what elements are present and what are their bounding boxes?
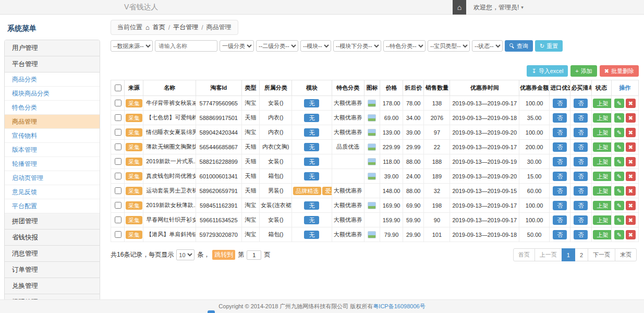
delete-button[interactable]: ✖ [626,99,636,108]
data-source-select[interactable]: --数据来源-- [111,40,153,52]
page-button-2[interactable]: 1 [562,248,575,261]
must-buy-toggle-button[interactable]: 否 [574,172,588,181]
icp-link[interactable]: 粤ICP备16098006号 [373,303,425,310]
status-button[interactable]: 上架 [593,186,612,196]
edit-button[interactable]: ✎ [614,99,624,108]
add-button[interactable]: + 添加 [570,65,597,77]
must-buy-toggle-button[interactable]: 否 [574,215,588,225]
import-optional-toggle-button[interactable]: 否 [553,215,567,225]
row-checkbox[interactable] [115,187,121,194]
sidebar-item-1[interactable]: 平台管理 [5,56,100,73]
sidebar-item-16[interactable]: 兑换管理 [5,278,100,294]
jump-page-input[interactable] [247,250,261,260]
sidebar-item-sub-9[interactable]: 启动页管理 [5,171,100,185]
delete-button[interactable]: ✖ [626,113,636,123]
import-excel-button[interactable]: ↧ 导入excel [527,65,568,77]
edit-button[interactable]: ✎ [614,157,624,166]
status-button[interactable]: 上架 [593,215,612,225]
must-buy-toggle-button[interactable]: 否 [574,230,588,239]
delete-button[interactable]: ✖ [626,128,636,137]
sidebar-item-15[interactable]: 订单管理 [5,262,100,278]
row-checkbox[interactable] [115,100,121,106]
delete-button[interactable]: ✖ [626,201,636,210]
sidebar-item-sub-10[interactable]: 意见反馈 [5,185,100,199]
import-optional-toggle-button[interactable]: 否 [553,142,567,152]
sidebar-item-sub-3[interactable]: 模块商品分类 [5,87,100,101]
filter-select-5[interactable]: --宝贝类型-- [428,40,470,52]
filter-select-4[interactable]: --特色分类-- [383,40,426,52]
status-button[interactable]: 上架 [593,113,612,123]
sidebar-item-14[interactable]: 消息管理 [5,246,100,262]
import-optional-toggle-button[interactable]: 否 [553,230,567,239]
home-button[interactable]: ⌂ [453,0,466,15]
edit-button[interactable]: ✎ [614,215,624,225]
sidebar-item-0[interactable]: 用户管理 [5,40,100,56]
delete-button[interactable]: ✖ [626,142,636,152]
sidebar-item-sub-11[interactable]: 平台配置 [5,199,100,213]
name-search-input[interactable] [155,40,217,52]
sidebar-item-12[interactable]: 拼团管理 [5,213,100,230]
search-button[interactable]: 查询 [505,40,533,52]
user-menu[interactable]: 欢迎您，管理员! ▾ [473,3,524,12]
status-button[interactable]: 上架 [593,142,612,152]
edit-button[interactable]: ✎ [614,230,624,239]
delete-button[interactable]: ✖ [626,186,636,196]
row-checkbox[interactable] [115,173,121,179]
delete-button[interactable]: ✖ [626,172,636,181]
status-button[interactable]: 上架 [593,128,612,137]
row-checkbox[interactable] [115,216,121,223]
sidebar-item-sub-2[interactable]: 商品分类 [5,73,100,87]
breadcrumb-platform-link[interactable]: 平台管理 [173,23,198,32]
edit-button[interactable]: ✎ [614,128,624,137]
page-button-5[interactable]: 末页 [615,248,637,261]
delete-button[interactable]: ✖ [626,157,636,166]
edit-button[interactable]: ✎ [614,201,624,210]
row-checkbox[interactable] [115,202,121,209]
import-optional-toggle-button[interactable]: 否 [553,172,567,181]
page-button-1[interactable]: 上一页 [534,248,562,261]
import-optional-toggle-button[interactable]: 否 [553,128,567,137]
status-button[interactable]: 上架 [593,172,612,181]
must-buy-toggle-button[interactable]: 否 [574,157,588,166]
import-optional-toggle-button[interactable]: 否 [553,113,567,123]
status-button[interactable]: 上架 [593,201,612,210]
import-optional-toggle-button[interactable]: 否 [553,201,567,210]
status-button[interactable]: 上架 [593,99,612,108]
filter-select-3[interactable]: --模块下分类-- [333,40,381,52]
status-button[interactable]: 上架 [593,157,612,166]
filter-select-0[interactable]: 一级分类 [220,40,254,52]
select-all-checkbox[interactable] [115,85,121,91]
edit-button[interactable]: ✎ [614,186,624,196]
edit-button[interactable]: ✎ [614,113,624,123]
filter-select-6[interactable]: --状态-- [472,40,503,52]
batch-delete-button[interactable]: ✖ 批量删除 [600,65,639,77]
status-button[interactable]: 上架 [593,230,612,239]
sidebar-item-sub-4[interactable]: 特色分类 [5,101,100,115]
edit-button[interactable]: ✎ [614,172,624,181]
import-optional-toggle-button[interactable]: 否 [553,186,567,196]
page-button-3[interactable]: 2 [575,248,588,261]
row-checkbox[interactable] [115,158,121,165]
row-checkbox[interactable] [115,114,121,121]
page-button-4[interactable]: 下一页 [588,248,615,261]
sidebar-item-sub-7[interactable]: 版本管理 [5,143,100,157]
must-buy-toggle-button[interactable]: 否 [574,128,588,137]
delete-button[interactable]: ✖ [626,215,636,225]
edit-button[interactable]: ✎ [614,142,624,152]
breadcrumb-home-link[interactable]: 首页 [153,23,165,32]
sidebar-item-sub-5[interactable]: 商品管理 [5,115,100,129]
import-optional-toggle-button[interactable]: 否 [553,99,567,108]
row-checkbox[interactable] [115,143,121,150]
row-checkbox[interactable] [115,129,121,136]
filter-select-1[interactable]: --二级分类-- [256,40,298,52]
must-buy-toggle-button[interactable]: 否 [574,201,588,210]
sidebar-item-sub-8[interactable]: 轮播管理 [5,157,100,171]
must-buy-toggle-button[interactable]: 否 [574,186,588,196]
jump-to-label[interactable]: 跳转到 [212,250,235,260]
must-buy-toggle-button[interactable]: 否 [574,99,588,108]
reset-button[interactable]: ↻ 重置 [535,40,563,52]
filter-select-2[interactable]: --模块-- [300,40,331,52]
delete-button[interactable]: ✖ [626,230,636,239]
must-buy-toggle-button[interactable]: 否 [574,142,588,152]
must-buy-toggle-button[interactable]: 否 [574,113,588,123]
